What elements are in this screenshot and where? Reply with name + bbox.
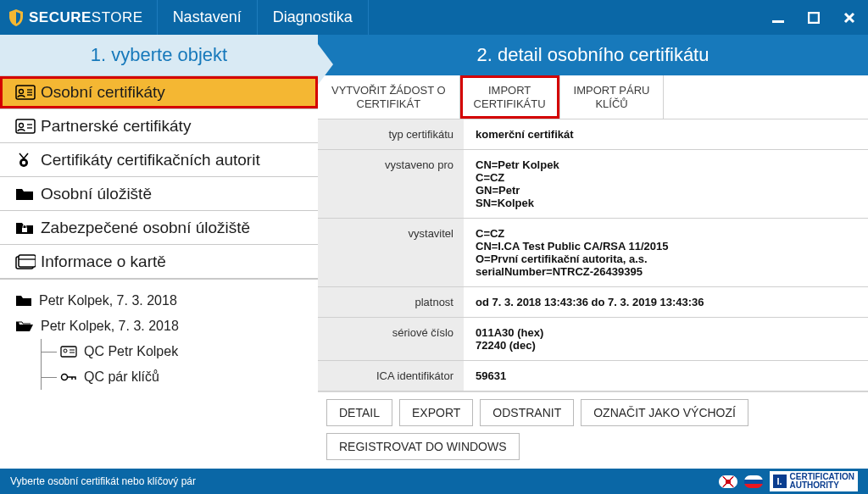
sidebar-item-partner-certs[interactable]: Partnerské certifikáty [0, 109, 318, 143]
detail-value: CN=Petr Kolpek C=CZ GN=Petr SN=Kolpek [464, 150, 868, 218]
svg-point-8 [19, 123, 24, 127]
brand-strong: SECURE [29, 9, 92, 26]
flag-sk-icon[interactable] [744, 475, 763, 488]
id-card-icon [60, 346, 77, 358]
tab-line2: CERTIFIKÁT [357, 97, 421, 110]
status-bar: Vyberte osobní certifikát nebo klíčový p… [0, 469, 868, 494]
detail-value: 011A30 (hex) 72240 (dec) [464, 318, 868, 360]
sidebar-item-ca-certs[interactable]: Certifikáty certifikačních autorit [0, 143, 318, 177]
detail-label: sériové číslo [318, 318, 464, 360]
svg-rect-13 [22, 228, 27, 232]
sidebar-item-secure-store[interactable]: Zabezpečené osobní úložiště [0, 211, 318, 245]
medal-icon [15, 152, 41, 169]
sidebar-item-personal-certs[interactable]: Osobní certifikáty [0, 75, 318, 109]
menu-diagnostics[interactable]: Diagnostika [257, 0, 369, 35]
svg-rect-17 [61, 347, 76, 357]
status-right: I. CERTIFICATION AUTHORITY [719, 471, 858, 491]
detail-label: vystaveno pro [318, 150, 464, 218]
detail-row-issuer: vystavitel C=CZ CN=I.CA Test Public CA/R… [318, 219, 868, 287]
id-card-icon [15, 85, 41, 100]
brand-thin: STORE [92, 9, 143, 26]
flag-uk-icon[interactable] [719, 475, 737, 488]
detail-label: platnost [318, 287, 464, 317]
main-menu: Nastavení Diagnostika [157, 0, 369, 35]
card-icon [15, 254, 41, 269]
tree-label: QC pár klíčů [84, 369, 159, 385]
svg-point-18 [64, 349, 67, 352]
tab-line2: CERTIFIKÁTU [474, 97, 546, 110]
folder-open-icon [15, 319, 34, 333]
sidebar-item-label: Osobní úložiště [41, 185, 152, 203]
main-pane: VYTVOŘIT ŽÁDOST O CERTIFIKÁT IMPORT CERT… [318, 75, 868, 469]
sidebar-item-label: Partnerské certifikáty [41, 117, 191, 136]
folder-lock-icon [15, 220, 41, 236]
set-default-button[interactable]: OZNAČIT JAKO VÝCHOZÍ [581, 399, 748, 426]
svg-point-21 [62, 375, 68, 380]
cert-details[interactable]: typ certifikátu komerční certifikát vyst… [318, 119, 868, 392]
detail-row-type: typ certifikátu komerční certifikát [318, 119, 868, 150]
svg-point-12 [22, 160, 25, 164]
tree-label: QC Petr Kolpek [84, 344, 178, 359]
tab-create-request[interactable]: VYTVOŘIT ŽÁDOST O CERTIFIKÁT [318, 75, 460, 119]
ca-text: CERTIFICATION AUTHORITY [790, 473, 854, 490]
close-button[interactable] [837, 1, 861, 35]
tree-item-cert[interactable]: QC Petr Kolpek [42, 339, 318, 364]
step-header: 1. vyberte objekt 2. detail osobního cer… [0, 35, 868, 75]
tab-line1: IMPORT PÁRU [574, 84, 650, 97]
tree-folder-closed[interactable]: Petr Kolpek, 7. 3. 2018 [15, 288, 318, 314]
maximize-button[interactable] [802, 1, 826, 35]
tree-item-keypair[interactable]: QC pár klíčů [42, 364, 318, 390]
ca-mark: I. [773, 475, 787, 488]
sidebar: Osobní certifikáty Partnerské certifikát… [0, 75, 318, 469]
sidebar-item-personal-store[interactable]: Osobní úložiště [0, 177, 318, 211]
status-text: Vyberte osobní certifikát nebo klíčový p… [10, 475, 196, 487]
title-bar: SECURESTORE Nastavení Diagnostika [0, 0, 868, 35]
sidebar-item-label: Osobní certifikáty [41, 83, 165, 102]
cert-tree: Petr Kolpek, 7. 3. 2018 Petr Kolpek, 7. … [0, 279, 318, 390]
minimize-button[interactable] [766, 1, 790, 35]
detail-value: 59631 [464, 361, 868, 391]
svg-rect-0 [772, 20, 784, 23]
sidebar-item-label: Zabezpečené osobní úložiště [41, 219, 250, 237]
titlebar-spacer [369, 0, 766, 35]
svg-rect-15 [19, 255, 36, 267]
export-button[interactable]: EXPORT [399, 399, 473, 426]
register-windows-button[interactable]: REGISTROVAT DO WINDOWS [326, 433, 520, 460]
sidebar-item-label: Informace o kartě [41, 253, 166, 271]
content-area: Osobní certifikáty Partnerské certifikát… [0, 75, 868, 469]
ca-line2: AUTHORITY [790, 480, 839, 490]
detail-row-ica: ICA identifikátor 59631 [318, 361, 868, 391]
tab-line1: VYTVOŘIT ŽÁDOST O [331, 84, 446, 97]
folder-icon [15, 294, 32, 308]
app-brand: SECURESTORE [0, 0, 157, 35]
step-2-label: 2. detail osobního certifikátu [318, 35, 868, 75]
detail-row-issued-to: vystaveno pro CN=Petr Kolpek C=CZ GN=Pet… [318, 150, 868, 219]
folder-icon [15, 186, 41, 202]
window-buttons [766, 0, 868, 35]
detail-row-validity: platnost od 7. 3. 2018 13:43:36 do 7. 3.… [318, 287, 868, 318]
detail-button[interactable]: DETAIL [326, 399, 392, 426]
tab-import-keypair[interactable]: IMPORT PÁRU KLÍČŮ [560, 75, 665, 119]
tree-folder-open[interactable]: Petr Kolpek, 7. 3. 2018 [15, 314, 318, 339]
tab-line2: KLÍČŮ [595, 97, 627, 110]
tab-import-cert[interactable]: IMPORT CERTIFIKÁTU [460, 75, 560, 119]
detail-row-serial: sériové číslo 011A30 (hex) 72240 (dec) [318, 318, 868, 361]
action-tabs: VYTVOŘIT ŽÁDOST O CERTIFIKÁT IMPORT CERT… [318, 75, 868, 119]
action-bar: DETAIL EXPORT ODSTRANIT OZNAČIT JAKO VÝC… [318, 391, 868, 469]
detail-value: komerční certifikát [464, 119, 868, 149]
tab-line1: IMPORT [488, 84, 531, 97]
svg-rect-1 [809, 13, 819, 23]
remove-button[interactable]: ODSTRANIT [480, 399, 574, 426]
id-card-icon [15, 119, 41, 134]
tab-filler [664, 75, 868, 119]
sidebar-item-card-info[interactable]: Informace o kartě [0, 245, 318, 279]
key-icon [60, 371, 77, 383]
detail-value: C=CZ CN=I.CA Test Public CA/RSA 11/2015 … [464, 219, 868, 286]
step-1-label: 1. vyberte objekt [0, 44, 318, 66]
tree-children: QC Petr Kolpek QC pár klíčů [41, 339, 318, 390]
sidebar-item-label: Certifikáty certifikačních autorit [41, 151, 260, 169]
detail-value: od 7. 3. 2018 13:43:36 do 7. 3. 2019 13:… [464, 287, 868, 317]
detail-label: typ certifikátu [318, 119, 464, 149]
menu-settings[interactable]: Nastavení [157, 0, 257, 35]
shield-icon [8, 9, 24, 26]
